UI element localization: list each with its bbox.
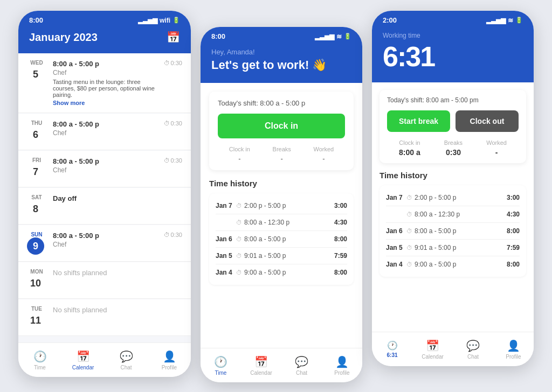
- nav-time-2[interactable]: 🕐 Time: [201, 351, 241, 380]
- calendar-nav-icon-1: 📅: [77, 350, 90, 363]
- battery-icon-2: 🔋: [344, 33, 351, 40]
- chat-nav-label-2: Chat: [296, 370, 307, 376]
- shift-hours-thu6: ⏱ 0:30: [164, 120, 182, 127]
- calendar-icon[interactable]: 📅: [167, 31, 180, 44]
- chat-nav-label-3: Chat: [467, 354, 479, 360]
- shift-day-tue11: TUE 11: [27, 306, 46, 329]
- history-title-2: Time history: [209, 177, 354, 188]
- calendar-header: January 2023 📅: [18, 27, 191, 53]
- shift-detail-sat8: Day off: [53, 194, 182, 202]
- working-time: 6:31: [383, 43, 523, 71]
- status-icons-2: ▂▃▅▆ ≋ 🔋: [315, 33, 351, 40]
- shift-detail-tue11: No shifts planned: [53, 306, 182, 314]
- nav-profile-1[interactable]: 👤 Profile: [148, 346, 191, 375]
- shifts-list: WED 5 8:00 a - 5:00 p Chef Tasting menu …: [18, 53, 191, 344]
- shift-hours-sun9: ⏱ 0:30: [164, 232, 182, 238]
- main-greeting-2: Let's get to work! 👋: [211, 58, 351, 72]
- history-row-3: Jan 5 ⏱ 9:01 a - 5:00 p 7:59: [216, 248, 347, 264]
- nav-time-3[interactable]: 🕐 6:31: [372, 336, 412, 362]
- shift-row-mon10[interactable]: MON 10 No shifts planned: [18, 262, 191, 299]
- working-label: Working time: [383, 32, 523, 39]
- no-shift-tue11: No shifts planned: [53, 306, 182, 314]
- calendar-nav-label-2: Calendar: [250, 370, 272, 376]
- work-history-title: Time history: [380, 169, 526, 180]
- shift-day-sun9: SUN 9: [27, 232, 46, 255]
- shift-detail-thu6: 8:00 a - 5:00 p Chef: [53, 120, 157, 137]
- screens-container: 8:00 ▂▃▅▆ wifi 🔋 January 2023 📅 WED 5: [18, 11, 534, 382]
- shift-row-sun9[interactable]: SUN 9 8:00 a - 5:00 p Chef ⏱ 0:30: [18, 225, 191, 262]
- battery-icon-3: 🔋: [515, 17, 523, 24]
- nav-calendar-1[interactable]: 📅 Calendar: [61, 346, 105, 375]
- bottom-nav-1: 🕐 Time 📅 Calendar 💬 Chat 👤 Profile: [18, 342, 191, 377]
- month-row: January 2023 📅: [29, 31, 180, 44]
- time-nav-label-3: 6:31: [387, 352, 397, 358]
- action-buttons: Start break Clock out: [387, 110, 519, 132]
- shift-day-thu6: THU 6: [27, 120, 46, 143]
- shift-row-wed5[interactable]: WED 5 8:00 a - 5:00 p Chef Tasting menu …: [18, 53, 191, 113]
- work-stat-clockin: Clock in 8:00 a: [399, 139, 420, 157]
- wifi-icon-2: ≋: [336, 33, 342, 40]
- blue-header-3: Working time 6:31: [372, 27, 534, 82]
- work-history: Time history Jan 7 ⏱ 2:00 p - 5:00 p 3:0…: [372, 169, 534, 277]
- wave-emoji: 👋: [312, 58, 327, 72]
- time-1: 8:00: [29, 16, 43, 24]
- work-shift-card: Today's shift: 8:00 am - 5:00 pm Start b…: [380, 90, 526, 163]
- signal-icon-3: ▂▃▅▆: [486, 17, 506, 24]
- profile-nav-icon-3: 👤: [507, 339, 520, 352]
- shift-row-fri7[interactable]: FRI 7 8:00 a - 5:00 p Chef ⏱ 0:30: [18, 151, 191, 187]
- nav-calendar-2[interactable]: 📅 Calendar: [241, 351, 281, 380]
- wifi-icon-1: wifi: [160, 17, 170, 24]
- status-bar-1: 8:00 ▂▃▅▆ wifi 🔋: [18, 11, 191, 27]
- time-nav-icon-3: 🕐: [387, 340, 398, 351]
- nav-profile-2[interactable]: 👤 Profile: [322, 351, 362, 380]
- blue-header-2: Hey, Amanda! Let's get to work! 👋: [201, 44, 362, 83]
- bottom-nav-2: 🕐 Time 📅 Calendar 💬 Chat 👤 Profile: [201, 348, 362, 382]
- status-icons-1: ▂▃▅▆ wifi 🔋: [138, 17, 180, 24]
- status-icons-3: ▂▃▅▆ ≋ 🔋: [486, 17, 523, 24]
- shift-card-2: Today's shift: 8:00 a - 5:00 p Clock in …: [209, 92, 354, 170]
- nav-chat-3[interactable]: 💬 Chat: [453, 335, 493, 364]
- profile-nav-label-1: Profile: [162, 365, 177, 370]
- start-break-button[interactable]: Start break: [387, 110, 450, 132]
- time-2: 8:00: [211, 32, 225, 40]
- work-stat-breaks: Breaks 0:30: [444, 139, 463, 157]
- history-row-2: Jan 6 ⏱ 8:00 a - 5:00 p 8:00: [216, 231, 347, 248]
- wifi-icon-3: ≋: [508, 17, 513, 24]
- calendar-nav-icon-2: 📅: [254, 355, 268, 368]
- nav-profile-3[interactable]: 👤 Profile: [493, 335, 534, 364]
- phone-calendar: 8:00 ▂▃▅▆ wifi 🔋 January 2023 📅 WED 5: [18, 11, 191, 377]
- work-stat-worked: Worked -: [486, 139, 507, 157]
- signal-icon-1: ▂▃▅▆: [138, 17, 157, 24]
- work-history-row-3: Jan 5 ⏱ 9:01 a - 5:00 p 7:59: [386, 240, 520, 256]
- shift-detail-mon10: No shifts planned: [53, 269, 182, 277]
- time-stats-2: Clock in - Breaks - Worked -: [218, 146, 345, 163]
- shift-detail-sun9: 8:00 a - 5:00 p Chef: [53, 232, 157, 248]
- nav-chat-2[interactable]: 💬 Chat: [281, 351, 322, 380]
- time-nav-label-1: Time: [34, 365, 46, 370]
- clock-in-button[interactable]: Clock in: [218, 114, 345, 138]
- stat-breaks-2: Breaks -: [273, 146, 291, 163]
- stat-worked-2: Worked -: [313, 146, 334, 163]
- shift-row-tue11[interactable]: TUE 11 No shifts planned: [18, 299, 191, 336]
- battery-icon-1: 🔋: [172, 17, 180, 24]
- stat-clockin-2: Clock in -: [229, 146, 250, 163]
- shift-day-mon10: MON 10: [27, 269, 46, 292]
- shift-row-thu6[interactable]: THU 6 8:00 a - 5:00 p Chef ⏱ 0:30: [18, 114, 191, 150]
- work-history-row-2: Jan 6 ⏱ 8:00 a - 5:00 p 8:00: [386, 223, 520, 240]
- bottom-nav-3: 🕐 6:31 📅 Calendar 💬 Chat 👤 Profile: [372, 332, 534, 366]
- shift-detail-fri7: 8:00 a - 5:00 p Chef: [53, 157, 157, 174]
- show-more-wed5[interactable]: Show more: [53, 100, 157, 106]
- nav-calendar-3[interactable]: 📅 Calendar: [412, 335, 453, 364]
- profile-nav-label-3: Profile: [506, 354, 521, 360]
- profile-nav-icon-1: 👤: [163, 350, 176, 363]
- work-today-shift: Today's shift: 8:00 am - 5:00 pm: [387, 96, 519, 104]
- nav-chat-1[interactable]: 💬 Chat: [105, 346, 148, 375]
- profile-nav-label-2: Profile: [334, 370, 349, 376]
- shift-detail-wed5: 8:00 a - 5:00 p Chef Tasting menu in the…: [53, 60, 157, 106]
- shift-row-sat8[interactable]: SAT 8 Day off: [18, 188, 191, 225]
- work-history-row-1: ⏱ 8:00 a - 12:30 p 4:30: [386, 206, 520, 223]
- clock-out-button[interactable]: Clock out: [456, 110, 519, 132]
- nav-time-1[interactable]: 🕐 Time: [18, 346, 61, 375]
- calendar-nav-label-1: Calendar: [72, 365, 94, 370]
- work-history-card: Jan 7 ⏱ 2:00 p - 5:00 p 3:00 ⏱ 8:00 a - …: [380, 185, 526, 277]
